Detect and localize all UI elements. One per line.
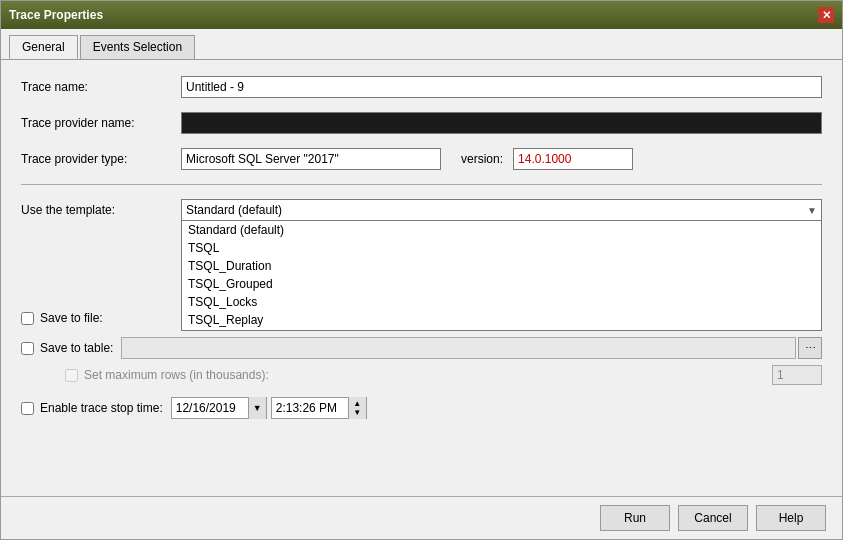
stop-time-checkbox[interactable] xyxy=(21,402,34,415)
dropdown-option-tsql-sps[interactable]: TSQL_SPs xyxy=(182,329,821,331)
time-spin-button[interactable]: ▲ ▼ xyxy=(348,397,366,419)
date-field[interactable]: ▼ xyxy=(171,397,267,419)
date-input[interactable] xyxy=(172,398,248,418)
general-tab-content: Trace name: Trace provider name: Trace p… xyxy=(1,60,842,496)
save-to-table-checkbox[interactable] xyxy=(21,342,34,355)
stop-time-row: Enable trace stop time: ▼ ▲ ▼ xyxy=(21,397,822,419)
trace-provider-name-value xyxy=(181,112,822,134)
trace-provider-name-label: Trace provider name: xyxy=(21,116,181,130)
title-bar: Trace Properties ✕ xyxy=(1,1,842,29)
template-dropdown-button[interactable]: Standard (default) ▼ xyxy=(181,199,822,221)
cancel-button[interactable]: Cancel xyxy=(678,505,748,531)
dialog-body: General Events Selection Trace name: Tra… xyxy=(1,29,842,496)
save-to-file-checkbox[interactable] xyxy=(21,312,34,325)
close-button[interactable]: ✕ xyxy=(818,7,834,23)
template-row: Use the template: Standard (default) ▼ S… xyxy=(21,199,822,221)
template-label: Use the template: xyxy=(21,203,181,217)
max-rows-input xyxy=(772,365,822,385)
time-input[interactable] xyxy=(272,398,348,418)
template-dropdown-list: Standard (default) TSQL TSQL_Duration TS… xyxy=(181,221,822,331)
separator xyxy=(21,184,822,185)
trace-provider-type-label: Trace provider type: xyxy=(21,152,181,166)
time-field[interactable]: ▲ ▼ xyxy=(271,397,367,419)
dialog-footer: Run Cancel Help xyxy=(1,496,842,539)
max-rows-label: Set maximum rows (in thousands): xyxy=(84,368,269,382)
dropdown-option-tsql-locks[interactable]: TSQL_Locks xyxy=(182,293,821,311)
tabs-container: General Events Selection xyxy=(1,29,842,60)
trace-provider-type-input xyxy=(181,148,441,170)
save-to-file-label: Save to file: xyxy=(40,311,103,325)
chevron-down-icon: ▼ xyxy=(807,205,817,216)
stop-time-inputs: ▼ ▲ ▼ xyxy=(171,397,367,419)
template-selected-value: Standard (default) xyxy=(186,203,282,217)
dropdown-option-tsql-replay[interactable]: TSQL_Replay xyxy=(182,311,821,329)
max-rows-checkbox xyxy=(65,369,78,382)
save-to-table-checkbox-row: Save to table: ⋯ xyxy=(21,337,822,359)
dropdown-option-standard[interactable]: Standard (default) xyxy=(182,221,821,239)
dropdown-option-tsql-duration[interactable]: TSQL_Duration xyxy=(182,257,821,275)
run-button[interactable]: Run xyxy=(600,505,670,531)
dropdown-option-tsql-grouped[interactable]: TSQL_Grouped xyxy=(182,275,821,293)
version-label: version: xyxy=(461,152,503,166)
trace-name-label: Trace name: xyxy=(21,80,181,94)
trace-provider-name-row: Trace provider name: xyxy=(21,112,822,134)
dialog: Trace Properties ✕ General Events Select… xyxy=(0,0,843,540)
help-button[interactable]: Help xyxy=(756,505,826,531)
tab-events-selection[interactable]: Events Selection xyxy=(80,35,195,59)
trace-name-input[interactable] xyxy=(181,76,822,98)
trace-provider-type-row: Trace provider type: version: xyxy=(21,148,822,170)
template-dropdown-container: Standard (default) ▼ Standard (default) … xyxy=(181,199,822,221)
date-dropdown-button[interactable]: ▼ xyxy=(248,397,266,419)
trace-name-row: Trace name: xyxy=(21,76,822,98)
tab-general[interactable]: General xyxy=(9,35,78,59)
table-browse-button[interactable]: ⋯ xyxy=(798,337,822,359)
max-rows-row: Set maximum rows (in thousands): xyxy=(65,365,822,385)
save-to-table-label: Save to table: xyxy=(40,341,113,355)
dropdown-option-tsql[interactable]: TSQL xyxy=(182,239,821,257)
dialog-title: Trace Properties xyxy=(9,8,103,22)
version-input xyxy=(513,148,633,170)
stop-time-label: Enable trace stop time: xyxy=(40,401,163,415)
